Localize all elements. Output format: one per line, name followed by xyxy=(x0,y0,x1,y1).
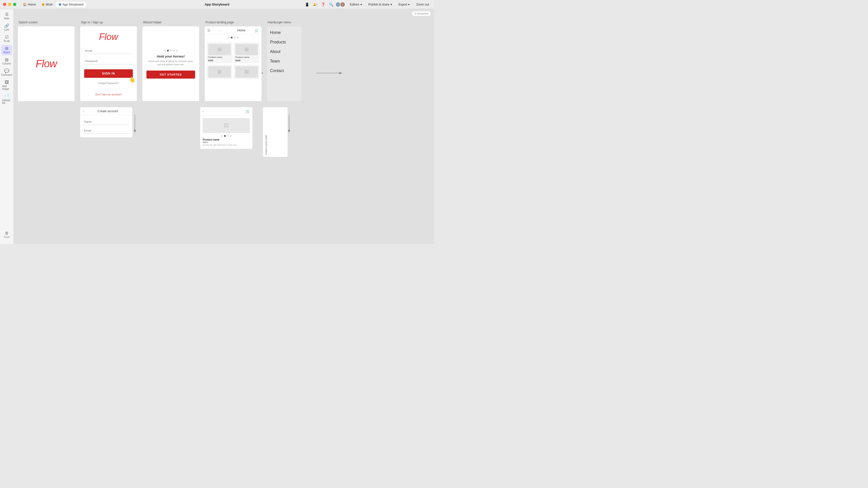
frames-row-2: ‹ Create account ‹ 🛒 xyxy=(18,107,288,157)
signin-frame[interactable]: Flow SIGN IN 👆 Forgot Password? Don't ha… xyxy=(80,26,137,101)
splash-gap xyxy=(18,107,75,157)
hamburger-label: Hamburger menu xyxy=(267,19,302,25)
publish-label: Publish & share xyxy=(368,3,390,6)
product-card-1[interactable]: 🖼 Product name $300 xyxy=(207,42,232,63)
product-9300-text: Product name 9300 xyxy=(265,135,268,155)
sidebar-item-board[interactable]: ⊞ Board xyxy=(1,45,12,55)
column-icon: ▤ xyxy=(5,58,8,62)
product-detail-frame[interactable]: ‹ 🛒 🖼 Product name $300 Buying xyxy=(200,107,253,149)
minimize-button[interactable] xyxy=(8,3,11,6)
upload-icon: 📄 xyxy=(4,94,9,98)
pdot-3 xyxy=(234,37,236,38)
sidebar-item-note[interactable]: ☰ Note xyxy=(1,11,12,21)
sidebar-board-label: Board xyxy=(3,51,10,54)
tab-work-label: Work xyxy=(46,3,53,6)
sidebar-trash-label: Trash xyxy=(3,236,10,238)
maximize-button[interactable] xyxy=(13,3,16,6)
product-9300-frame[interactable]: Product name 9300 xyxy=(263,107,288,157)
export-button[interactable]: Export ▾ xyxy=(397,2,412,7)
search-icon[interactable]: 🔍 xyxy=(328,2,334,7)
email-input[interactable] xyxy=(84,48,133,54)
device-icon[interactable]: 📱 xyxy=(304,2,310,7)
product-landing-label: Product landing page xyxy=(205,19,262,25)
tab-home[interactable]: 🏠 Home xyxy=(20,2,38,7)
left-sidebar: ☰ Note 🔗 Link ☑ To-do ⊞ Board ▤ Column 💬… xyxy=(0,9,13,244)
tab-app-storyboard[interactable]: App Storyboard xyxy=(56,2,86,7)
hamburger-frame[interactable]: Home Products About Team Contact xyxy=(267,26,302,101)
wizard-frame-col: Wizard helper Hold your horses! Never ev… xyxy=(142,19,199,101)
create-email-input[interactable] xyxy=(83,128,129,134)
export-chevron: ▾ xyxy=(408,3,410,6)
sidebar-item-todo[interactable]: ☑ To-do xyxy=(1,34,12,44)
hamburger-contact[interactable]: Contact xyxy=(270,68,299,73)
hamburger-team[interactable]: Team xyxy=(270,59,299,64)
dont-have-account-link[interactable]: Don't have an account? xyxy=(95,93,122,96)
wizard-frame[interactable]: Hold your horses! Never ever think of gi… xyxy=(142,26,199,101)
product-price-1: $300 xyxy=(208,59,231,62)
product-name-2: Product name xyxy=(235,56,258,59)
editors-button[interactable]: Editors ▾ xyxy=(348,2,364,7)
notification-badge[interactable]: 🔔1 xyxy=(312,2,318,7)
hamburger-icon[interactable]: ☰ xyxy=(207,28,211,32)
product-img-3: 🖼 xyxy=(208,66,231,77)
hamburger-products[interactable]: Products xyxy=(270,40,299,44)
product-detail-header: ‹ 🛒 xyxy=(200,107,252,116)
comment-icon: 💬 xyxy=(4,69,9,73)
hamburger-home[interactable]: Home xyxy=(270,30,299,35)
splash-frame[interactable]: Flow xyxy=(18,26,75,101)
sidebar-item-add-image[interactable]: 🖼 Add Image xyxy=(1,79,12,92)
splash-label: Splash screen xyxy=(18,19,75,25)
todo-icon: ☑ xyxy=(5,35,8,39)
get-started-button[interactable]: GET STARTED xyxy=(147,70,195,78)
dot-3 xyxy=(170,50,172,52)
sidebar-item-upload-file[interactable]: 📄 Upload file xyxy=(1,93,12,106)
help-icon[interactable]: ❓ xyxy=(320,2,326,7)
detail-cart-icon[interactable]: 🛒 xyxy=(246,109,250,113)
wizard-text: Never ever think of giving up. Winners n… xyxy=(147,60,195,67)
pdot-4 xyxy=(237,37,239,38)
dot-5 xyxy=(176,50,178,52)
create-account-frame[interactable]: ‹ Create account xyxy=(80,107,133,137)
sidebar-item-link[interactable]: 🔗 Link xyxy=(1,22,12,33)
sidebar-item-trash[interactable]: 🗑 Trash xyxy=(1,230,12,240)
publish-button[interactable]: Publish & share ▾ xyxy=(366,2,394,7)
sign-in-button[interactable]: SIGN IN xyxy=(84,69,133,78)
cart-icon[interactable]: 🛒 xyxy=(255,28,259,32)
avatars: A B xyxy=(336,2,345,7)
tab-work-dot xyxy=(42,3,44,6)
create-name-input[interactable] xyxy=(83,119,129,125)
close-button[interactable] xyxy=(3,3,6,6)
wizard-dots xyxy=(164,50,178,52)
sidebar-item-column[interactable]: ▤ Column xyxy=(1,56,12,67)
detail-back-icon[interactable]: ‹ xyxy=(203,109,204,113)
create-account-title: Create account xyxy=(86,109,129,113)
titlebar: 🏠 Home Work App Storyboard App Storyboar… xyxy=(0,0,434,9)
sidebar-item-comment[interactable]: 💬 Comment xyxy=(1,68,12,78)
detail-dot-1 xyxy=(221,135,223,137)
create-account-col: ‹ Create account xyxy=(80,107,133,157)
trash-icon: 🗑 xyxy=(5,231,9,235)
password-input[interactable] xyxy=(84,58,133,64)
forgot-password-link[interactable]: Forgot Password? xyxy=(98,82,119,85)
tab-storyboard-label: App Storyboard xyxy=(63,3,83,6)
zoom-button[interactable]: Zoom out xyxy=(414,2,431,7)
wizard-label: Wizard helper xyxy=(142,19,199,25)
product-card-4[interactable]: 🖼 xyxy=(234,65,259,79)
product-card-3[interactable]: 🖼 xyxy=(207,65,232,79)
tab-work[interactable]: Work xyxy=(39,2,55,7)
product-detail-col: ‹ 🛒 🖼 Product name $300 Buying xyxy=(200,107,253,157)
product-9300-label: Product name 9300 xyxy=(265,109,268,155)
canvas[interactable]: 0 Unsorted xyxy=(13,9,434,244)
hamburger-about[interactable]: About xyxy=(270,50,299,54)
sidebar-link-label: Link xyxy=(4,28,9,31)
back-icon[interactable]: ‹ xyxy=(83,109,84,113)
product-card-2[interactable]: 🖼 Product name $300 xyxy=(234,42,259,63)
editors-label: Editors xyxy=(350,3,359,6)
product-detail-price: $300 xyxy=(203,141,250,143)
link-icon: 🔗 xyxy=(4,24,9,28)
sidebar-addimage-label: Add Image xyxy=(2,85,11,90)
product-landing-frame[interactable]: ☰ ● Home 🛒 🖼 P xyxy=(205,26,262,101)
product-price-2: $300 xyxy=(235,59,258,62)
product-detail-content: 🖼 Product name $300 Buying the right tel… xyxy=(200,116,252,149)
window-controls xyxy=(3,3,16,6)
